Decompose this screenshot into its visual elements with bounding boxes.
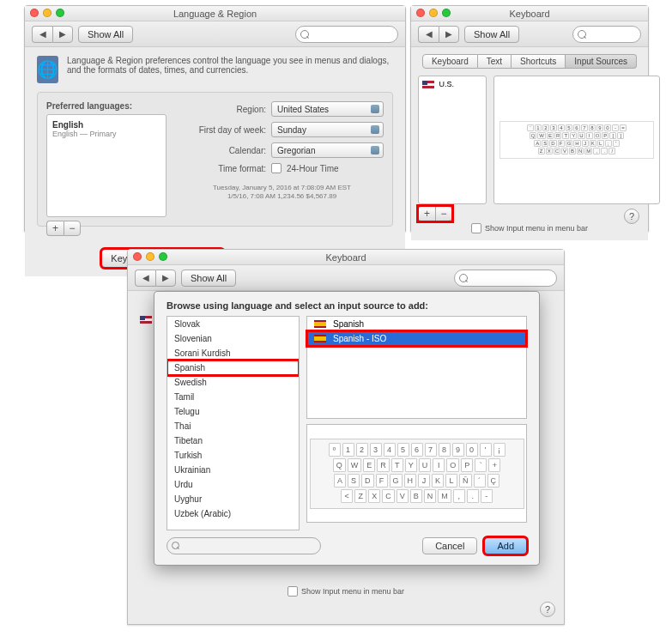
list-item[interactable]: Spanish <box>167 360 299 375</box>
traffic-lights[interactable] <box>30 9 64 17</box>
keyboard-key: = <box>620 124 627 131</box>
list-item[interactable]: Uyghur <box>167 492 299 506</box>
forward-button[interactable]: ▶ <box>52 26 73 43</box>
list-item[interactable]: Spanish - ISO <box>307 331 526 346</box>
list-item[interactable]: Tamil <box>167 390 299 404</box>
cancel-button[interactable]: Cancel <box>422 537 477 554</box>
search-input[interactable] <box>572 26 641 43</box>
keyboard-key: E <box>547 132 554 139</box>
region-select[interactable]: United States <box>271 101 384 117</box>
input-source-options[interactable]: SpanishSpanish - ISO <box>306 316 527 419</box>
tab-text[interactable]: Text <box>478 54 512 69</box>
keyboard-key: X <box>368 489 380 503</box>
zoom-icon[interactable] <box>442 9 451 17</box>
keyboard-key: L <box>445 474 457 488</box>
add-button[interactable]: Add <box>484 537 527 554</box>
back-button[interactable]: ◀ <box>135 270 155 287</box>
dialog-search-input[interactable] <box>167 538 320 554</box>
tab-shortcuts[interactable]: Shortcuts <box>512 54 566 69</box>
forward-button[interactable]: ▶ <box>439 26 459 43</box>
list-item[interactable]: Uzbek (Arabic) <box>167 506 299 521</box>
close-icon[interactable] <box>416 9 425 17</box>
list-item[interactable]: Spanish <box>307 317 526 331</box>
source-label: Spanish - ISO <box>333 334 386 343</box>
help-button[interactable]: ? <box>540 602 555 617</box>
keyboard-key: < <box>341 489 353 503</box>
list-item[interactable]: Slovak <box>167 317 299 331</box>
remove-source-button[interactable]: − <box>435 206 452 221</box>
keyboard-key: P <box>602 132 608 139</box>
keyboard-key: W <box>348 458 362 472</box>
intro-text: Language & Region preferences control th… <box>67 56 393 75</box>
list-item[interactable]: Telugu <box>167 404 299 419</box>
minimize-icon[interactable] <box>429 9 438 17</box>
24hour-checkbox[interactable] <box>271 163 282 173</box>
list-item[interactable]: Urdu <box>167 477 299 492</box>
keyboard-key: F <box>558 140 565 147</box>
calendar-select[interactable]: Gregorian <box>271 142 384 158</box>
keyboard-key: / <box>608 148 615 154</box>
keyboard-key: [ <box>609 132 616 139</box>
keyboard-key: F <box>376 474 388 488</box>
back-button[interactable]: ◀ <box>418 26 439 43</box>
keyboard-key: Z <box>354 489 366 503</box>
remove-language-button[interactable]: − <box>64 221 81 236</box>
keyboard-key: O <box>446 458 459 472</box>
tab-keyboard[interactable]: Keyboard <box>422 54 478 69</box>
keyboard-key: , <box>593 148 600 154</box>
window-title: Keyboard <box>509 9 549 19</box>
keyboard-window-with-dialog: Keyboard ◀ ▶ Show All U.S. Show Input me… <box>127 249 565 625</box>
list-item[interactable]: Tibetan <box>167 433 299 448</box>
keyboard-key: G <box>566 140 573 147</box>
keyboard-key: I <box>586 132 593 139</box>
show-all-button[interactable]: Show All <box>181 270 236 287</box>
show-all-button[interactable]: Show All <box>78 26 133 43</box>
minimize-icon[interactable] <box>146 252 154 261</box>
add-source-button[interactable]: + <box>418 206 435 221</box>
search-input[interactable] <box>454 270 557 287</box>
list-item[interactable]: Turkish <box>167 448 299 463</box>
dialog-search[interactable] <box>166 537 321 554</box>
list-item[interactable]: U.S. <box>422 80 482 88</box>
help-button[interactable]: ? <box>624 209 639 224</box>
show-input-menu-checkbox[interactable] <box>471 223 481 233</box>
list-item[interactable]: Swedish <box>167 375 299 390</box>
input-source-list[interactable]: U.S. <box>418 76 487 204</box>
close-icon[interactable] <box>30 9 39 17</box>
traffic-lights[interactable] <box>133 252 167 261</box>
zoom-icon[interactable] <box>56 9 64 17</box>
titlebar[interactable]: Keyboard <box>411 6 648 21</box>
zoom-icon[interactable] <box>159 252 167 261</box>
titlebar[interactable]: Language & Region <box>25 6 405 21</box>
traffic-lights[interactable] <box>416 9 451 17</box>
list-item[interactable]: Slovenian <box>167 331 299 346</box>
keyboard-key: W <box>537 132 546 139</box>
search-input[interactable] <box>295 26 398 43</box>
keyboard-key: 1 <box>342 443 354 457</box>
language-list[interactable]: SlovakSlovenianSorani KurdishSpanishSwed… <box>166 316 300 530</box>
forward-button[interactable]: ▶ <box>155 270 176 287</box>
keyboard-key: 3 <box>550 124 557 131</box>
list-item[interactable]: Thai <box>167 419 299 433</box>
titlebar[interactable]: Keyboard <box>128 250 564 265</box>
keyboard-key: N <box>577 148 584 154</box>
preferred-languages-list[interactable]: English English — Primary <box>46 114 166 217</box>
minimize-icon[interactable] <box>43 9 51 17</box>
tab-input-sources[interactable]: Input Sources <box>566 54 637 69</box>
keyboard-key: ` <box>475 458 487 472</box>
list-item[interactable]: Sorani Kurdish <box>167 346 299 360</box>
show-input-menu-checkbox[interactable] <box>288 586 298 597</box>
list-item[interactable]: Ukrainian <box>167 463 299 477</box>
firstday-select[interactable]: Sunday <box>271 122 384 137</box>
close-icon[interactable] <box>133 252 142 261</box>
keyboard-key: Ç <box>487 474 500 488</box>
keyboard-key: ' <box>613 140 620 147</box>
show-all-button[interactable]: Show All <box>464 26 519 43</box>
keyboard-key: A <box>334 474 346 488</box>
back-button[interactable]: ◀ <box>32 26 52 43</box>
language-region-window: Language & Region ◀ ▶ Show All 🌐 Languag… <box>24 5 406 232</box>
us-flag-icon <box>422 81 434 88</box>
add-language-button[interactable]: + <box>46 221 64 236</box>
source-label: Spanish <box>333 319 364 329</box>
keyboard-key: R <box>554 132 561 139</box>
